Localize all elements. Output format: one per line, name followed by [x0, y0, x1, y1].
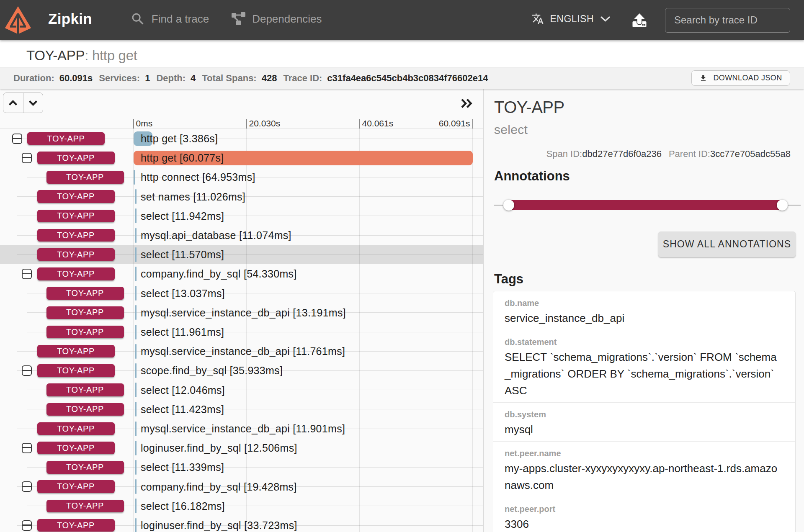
tag-row: net.peer.namemy-apps.cluster-xyxyxyxyxyx…	[493, 442, 795, 497]
annotation-slider-handle-left[interactable]	[503, 200, 514, 211]
span-row-label[interactable]: select [11.339ms]	[141, 461, 224, 473]
collapse-span-button[interactable]	[22, 153, 32, 163]
span-row-label[interactable]: http connect [64.953ms]	[141, 171, 255, 183]
span-row-label[interactable]: mysql.api_database [11.074ms]	[141, 229, 291, 242]
service-badge[interactable]: TOY-APP	[37, 267, 115, 280]
service-badge[interactable]: TOY-APP	[46, 171, 124, 184]
tag-value: service_instance_db_api	[505, 310, 779, 326]
span-row-label[interactable]: http get [3.386s]	[141, 133, 218, 145]
tag-row: db.statementSELECT `schema_migrations`.`…	[493, 330, 795, 403]
span-row-label[interactable]: select [11.942ms]	[141, 210, 224, 222]
span-row-label[interactable]: http get [60.077s]	[141, 152, 224, 164]
collapse-span-button[interactable]	[22, 481, 32, 492]
nav-find-label: Find a trace	[152, 13, 209, 26]
show-all-annotations-button[interactable]: SHOW ALL ANNOTATIONS	[658, 231, 796, 257]
stat-label: Trace ID:	[283, 73, 322, 84]
nav-dependencies[interactable]: Dependencies	[231, 12, 322, 26]
service-badge[interactable]: TOY-APP	[37, 190, 115, 203]
collapse-span-button[interactable]	[12, 134, 22, 144]
span-duration-tick	[135, 421, 137, 436]
collapse-span-button[interactable]	[22, 365, 32, 376]
collapse-span-button[interactable]	[22, 443, 32, 453]
gridline	[246, 129, 247, 532]
translate-icon	[531, 13, 544, 25]
service-badge[interactable]: TOY-APP	[46, 383, 124, 396]
trace-title-bar: TOY-APP: http get	[0, 40, 804, 67]
gridline	[133, 129, 134, 532]
span-duration-tick	[135, 499, 137, 513]
upload-trace-button[interactable]	[632, 13, 647, 28]
service-badge[interactable]: TOY-APP	[46, 326, 124, 339]
service-badge[interactable]: TOY-APP	[37, 152, 115, 164]
row-nav-buttons	[3, 93, 43, 113]
service-badge[interactable]: TOY-APP	[37, 422, 115, 435]
span-row-label[interactable]: select [13.037ms]	[141, 288, 225, 300]
span-row-label[interactable]: select [12.046ms]	[141, 384, 225, 396]
service-badge[interactable]: TOY-APP	[27, 132, 105, 145]
collapse-span-button[interactable]	[22, 520, 32, 531]
download-icon	[699, 74, 707, 82]
span-duration-tick	[135, 325, 137, 339]
annotation-slider-range[interactable]	[507, 200, 784, 210]
chevron-up-icon	[8, 100, 18, 106]
annotations-heading: Annotations	[494, 169, 570, 184]
stat-value: 60.091s	[59, 73, 93, 84]
span-row-label[interactable]: set names [11.026ms]	[141, 191, 245, 203]
trace-stats: Duration:60.091sServices:1Depth:4Total S…	[13, 73, 488, 84]
service-badge[interactable]: TOY-APP	[37, 210, 115, 223]
parent-id-label: Parent ID:	[669, 149, 710, 159]
search-trace-id-input[interactable]	[665, 8, 790, 33]
download-json-button[interactable]: DOWNLOAD JSON	[691, 70, 790, 86]
zipkin-logo-icon	[5, 5, 31, 39]
service-badge[interactable]: TOY-APP	[37, 442, 115, 455]
service-badge[interactable]: TOY-APP	[46, 461, 124, 474]
span-duration-tick	[135, 286, 137, 301]
timeline-panel: 0ms20.030s40.061s60.091s TOY-APPhttp get…	[0, 89, 484, 532]
service-badge[interactable]: TOY-APP	[46, 500, 124, 513]
tags-heading: Tags	[494, 272, 523, 287]
stat-label: Services:	[99, 73, 140, 84]
parent-id-value: 3cc77e705adc55a8	[710, 149, 791, 159]
collapse-span-button[interactable]	[22, 269, 32, 279]
service-badge[interactable]: TOY-APP	[46, 287, 124, 300]
span-duration-tick	[135, 305, 137, 320]
service-badge[interactable]: TOY-APP	[37, 345, 115, 358]
span-row-label[interactable]: mysql.service_instance_db_api [13.191ms]	[141, 307, 346, 319]
detail-divider	[484, 161, 804, 161]
span-row-label[interactable]: mysql.service_instance_db_api [11.761ms]	[141, 345, 345, 357]
service-badge[interactable]: TOY-APP	[37, 229, 115, 242]
collapse-panel-button[interactable]	[461, 98, 473, 108]
span-ids: Span ID:dbd27e77d6f0a236Parent ID:3cc77e…	[546, 149, 791, 159]
span-row-label[interactable]: loginuser.find_by_sql [12.506ms]	[141, 442, 297, 454]
span-duration-tick	[135, 441, 137, 455]
nav-find-a-trace[interactable]: Find a trace	[130, 11, 209, 27]
tags-card: db.nameservice_instance_db_apidb.stateme…	[493, 291, 796, 532]
prev-span-button[interactable]	[3, 93, 23, 113]
span-row-label[interactable]: select [16.182ms]	[141, 500, 225, 512]
tag-row: db.nameservice_instance_db_api	[493, 291, 795, 330]
service-badge[interactable]: TOY-APP	[37, 480, 115, 493]
dependencies-graph-icon	[231, 12, 246, 26]
service-badge[interactable]: TOY-APP	[37, 519, 115, 532]
language-selector[interactable]: ENGLISH	[531, 13, 610, 25]
service-badge[interactable]: TOY-APP	[46, 306, 124, 319]
span-row-label[interactable]: select [11.570ms]	[141, 249, 224, 261]
tree-connector-line	[27, 376, 27, 409]
service-badge[interactable]: TOY-APP	[46, 403, 124, 416]
span-duration-tick	[135, 402, 137, 416]
span-row-label[interactable]: loginuser.find_by_sql [33.723ms]	[141, 519, 297, 532]
service-badge[interactable]: TOY-APP	[37, 248, 115, 261]
main-content: 0ms20.030s40.061s60.091s TOY-APPhttp get…	[0, 89, 804, 532]
span-row-label[interactable]: select [11.961ms]	[141, 326, 224, 338]
span-row-label[interactable]: select [11.423ms]	[141, 403, 224, 416]
span-row-label[interactable]: scope.find_by_sql [35.933ms]	[141, 365, 283, 377]
ruler-label: 20.030s	[249, 118, 281, 129]
span-row-label[interactable]: company.find_by_sql [54.330ms]	[141, 268, 297, 280]
span-row-label[interactable]: mysql.service_instance_db_api [11.901ms]	[141, 423, 345, 435]
annotation-slider-handle-right[interactable]	[777, 200, 788, 211]
stat-value: 4	[191, 73, 196, 84]
service-badge[interactable]: TOY-APP	[37, 364, 115, 377]
span-row-label[interactable]: company.find_by_sql [19.428ms]	[141, 481, 297, 493]
tag-value: my-apps.cluster-xyxyxyxyxyxy.ap-northeas…	[505, 460, 779, 493]
next-span-button[interactable]	[23, 93, 43, 113]
